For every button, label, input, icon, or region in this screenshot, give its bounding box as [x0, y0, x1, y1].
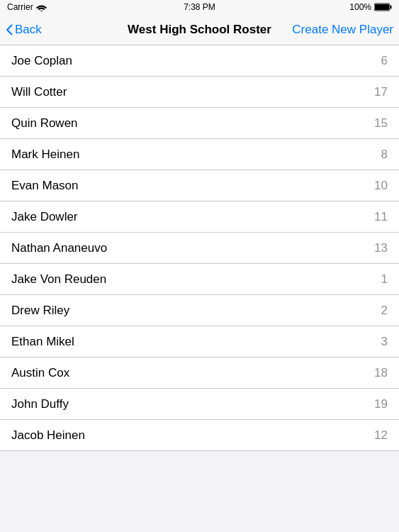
player-name: Mark Heinen: [11, 148, 79, 162]
player-name: Nathan Ananeuvo: [11, 241, 107, 255]
player-number: 15: [374, 116, 388, 131]
table-row[interactable]: Austin Cox18: [0, 358, 399, 389]
player-name: John Duffy: [11, 397, 69, 411]
table-row[interactable]: Jake Dowler11: [0, 201, 399, 233]
table-row[interactable]: John Duffy19: [0, 389, 399, 420]
player-number: 18: [374, 366, 388, 380]
player-name: Austin Cox: [11, 366, 69, 380]
table-row[interactable]: Will Cotter17: [0, 77, 399, 108]
player-name: Jake Dowler: [11, 210, 78, 224]
chevron-left-icon: [6, 24, 13, 35]
svg-rect-2: [390, 6, 392, 9]
carrier-label: Carrier: [7, 2, 33, 12]
table-row[interactable]: Mark Heinen8: [0, 139, 399, 170]
back-label: Back: [15, 23, 42, 37]
player-name: Drew Riley: [11, 304, 69, 318]
player-number: 1: [381, 272, 388, 287]
nav-title: West High School Roster: [128, 23, 271, 37]
player-table: Joe Coplan6Will Cotter17Quin Rowen15Mark…: [0, 45, 399, 451]
player-number: 3: [381, 335, 388, 349]
player-number: 17: [374, 85, 388, 99]
nav-bar: Back West High School Roster Create New …: [0, 14, 399, 45]
table-row[interactable]: Nathan Ananeuvo13: [0, 233, 399, 264]
status-right: 100%: [349, 2, 392, 12]
player-number: 12: [374, 428, 388, 443]
player-number: 11: [374, 210, 388, 224]
table-row[interactable]: Joe Coplan6: [0, 45, 399, 77]
player-number: 2: [381, 304, 388, 318]
svg-point-0: [40, 10, 43, 11]
table-row[interactable]: Jake Von Reuden1: [0, 264, 399, 295]
player-name: Ethan Mikel: [11, 335, 74, 349]
player-name: Jacob Heinen: [11, 428, 85, 443]
player-number: 10: [374, 179, 388, 193]
create-new-player-button[interactable]: Create New Player: [292, 23, 393, 37]
table-row[interactable]: Ethan Mikel3: [0, 326, 399, 358]
wifi-icon: [36, 4, 47, 11]
player-name: Will Cotter: [11, 85, 67, 99]
player-name: Jake Von Reuden: [11, 272, 106, 287]
status-left: Carrier: [7, 2, 47, 12]
player-name: Quin Rowen: [11, 116, 78, 131]
player-number: 6: [381, 54, 388, 68]
svg-rect-3: [375, 4, 389, 10]
table-row[interactable]: Quin Rowen15: [0, 108, 399, 139]
table-row[interactable]: Drew Riley2: [0, 295, 399, 326]
status-bar: Carrier 7:38 PM 100%: [0, 0, 399, 14]
player-name: Joe Coplan: [11, 54, 72, 68]
back-button[interactable]: Back: [6, 23, 42, 37]
table-row[interactable]: Jacob Heinen12: [0, 420, 399, 451]
player-name: Evan Mason: [11, 179, 79, 193]
battery-label: 100%: [349, 2, 371, 12]
table-row[interactable]: Evan Mason10: [0, 170, 399, 201]
player-number: 13: [374, 241, 388, 255]
player-number: 8: [381, 148, 388, 162]
player-number: 19: [374, 397, 388, 411]
status-time: 7:38 PM: [184, 2, 215, 12]
battery-icon: [374, 3, 392, 11]
